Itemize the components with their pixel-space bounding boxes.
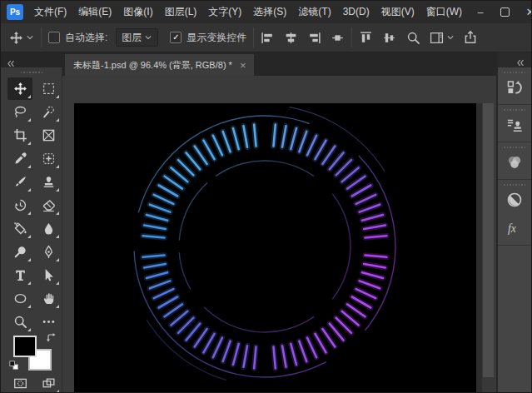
photoshop-logo[interactable]: Ps — [7, 4, 23, 20]
panel-separator — [498, 104, 531, 105]
eyedropper-tool[interactable] — [7, 147, 32, 170]
hand-icon — [42, 291, 56, 306]
share-icon[interactable] — [463, 30, 478, 45]
menu-window[interactable]: 窗口(W) — [420, 1, 468, 23]
panel-dock-collapse-button[interactable] — [515, 56, 526, 65]
quick-mask-icon — [13, 376, 27, 391]
move-icon — [13, 82, 27, 96]
workspace-switcher-icon[interactable] — [430, 31, 444, 45]
lasso-tool[interactable] — [7, 101, 32, 123]
ellipse-shape-tool[interactable] — [7, 287, 32, 310]
menu-layer[interactable]: 图层(L) — [159, 1, 203, 23]
quick-selection-icon — [42, 105, 56, 119]
edit-toolbar[interactable] — [36, 311, 61, 333]
styles-panel-button[interactable]: fx — [498, 214, 531, 242]
panel-separator — [498, 179, 531, 180]
hand-tool[interactable] — [36, 287, 61, 310]
clone-stamp-tool[interactable] — [36, 171, 61, 193]
pen-tool[interactable] — [36, 241, 61, 263]
color-wheel-icon — [506, 154, 523, 171]
maximize-icon — [500, 7, 510, 17]
path-selection-icon — [42, 268, 56, 282]
vertical-scrollbar[interactable] — [482, 103, 495, 392]
document-canvas[interactable] — [74, 103, 476, 393]
color-panel-button[interactable] — [498, 148, 531, 177]
path-selection-tool[interactable] — [36, 264, 61, 286]
chevron-down-icon[interactable] — [26, 33, 34, 42]
frame-tool[interactable] — [36, 124, 61, 147]
type-tool[interactable] — [7, 264, 32, 286]
canvas-artwork — [74, 103, 476, 393]
scrollbar-thumb[interactable] — [483, 103, 494, 377]
menu-type[interactable]: 文字(Y) — [202, 1, 247, 23]
menu-bar: 文件(F)编辑(E)图像(I)图层(L)文字(Y)选择(S)滤镜(T)3D(D)… — [28, 1, 468, 23]
move-icon — [9, 31, 23, 45]
auto-select-checkbox[interactable] — [48, 32, 60, 43]
frame-icon — [42, 128, 56, 142]
title-bar: Ps 文件(F)编辑(E)图像(I)图层(L)文字(Y)选择(S)滤镜(T)3D… — [1, 1, 531, 23]
minimize-button[interactable]: – — [468, 1, 493, 23]
panel-separator — [498, 142, 531, 142]
zoom-tool[interactable] — [7, 311, 32, 333]
clone-source-panel-button[interactable] — [498, 111, 531, 139]
rectangular-marquee-tool[interactable] — [36, 77, 61, 100]
window-controls: – ✕ — [468, 1, 532, 23]
default-swatches-icon[interactable] — [9, 361, 20, 371]
distribute-vertical-icon[interactable] — [382, 31, 396, 45]
document-tab[interactable]: 未标题-1.psd @ 96.4% (背景, RGB/8) * × — [65, 54, 254, 76]
options-bar: 自动选择: 图层 ✓ 显示变换控件 — [1, 23, 531, 52]
eraser-tool[interactable] — [36, 194, 61, 216]
panel-grip[interactable] — [21, 72, 42, 73]
menu-image[interactable]: 图像(I) — [117, 1, 158, 23]
dodge-tool[interactable] — [7, 241, 32, 263]
align-center-horizontal-icon[interactable] — [284, 31, 298, 45]
foreground-color-swatch[interactable] — [13, 336, 37, 357]
pen-icon — [42, 245, 56, 259]
chevron-down-icon — [144, 33, 152, 42]
quick-mask-button[interactable] — [7, 372, 32, 393]
screen-mode-icon — [42, 376, 56, 391]
distribute-horizontal-icon[interactable] — [331, 31, 345, 45]
history-panel-button[interactable] — [498, 73, 531, 102]
align-top-icon[interactable] — [359, 31, 373, 45]
clone-stamp-icon — [42, 175, 56, 189]
close-button[interactable]: ✕ — [518, 1, 532, 23]
crop-tool[interactable] — [7, 124, 32, 147]
photoshop-window: Ps 文件(F)编辑(E)图像(I)图层(L)文字(Y)选择(S)滤镜(T)3D… — [0, 0, 532, 393]
history-brush-icon — [13, 198, 27, 212]
adjustments-panel-button[interactable] — [498, 186, 531, 214]
spot-healing-tool[interactable] — [36, 147, 61, 170]
gradient-tool[interactable] — [7, 217, 32, 240]
menu-edit[interactable]: 编辑(E) — [72, 1, 117, 23]
ellipsis-icon — [42, 315, 56, 329]
align-left-icon[interactable] — [261, 31, 275, 45]
swap-colors-icon[interactable] — [46, 332, 56, 342]
tab-close-icon[interactable]: × — [240, 60, 246, 71]
align-right-icon[interactable] — [307, 31, 321, 45]
menu-select[interactable]: 选择(S) — [247, 1, 292, 23]
tab-bar: 未标题-1.psd @ 96.4% (背景, RGB/8) * × — [1, 52, 531, 76]
brush-tool[interactable] — [7, 171, 32, 193]
show-transform-label: 显示变换控件 — [186, 31, 246, 45]
paint-bucket-icon — [13, 221, 27, 236]
history-icon — [506, 79, 523, 96]
menu-view[interactable]: 视图(V) — [375, 1, 420, 23]
toolbar-collapse-button[interactable] — [5, 57, 17, 66]
quick-selection-tool[interactable] — [36, 101, 61, 123]
menu-filter[interactable]: 滤镜(T) — [292, 1, 336, 23]
target-dropdown[interactable]: 图层 — [116, 28, 158, 47]
search-icon[interactable] — [406, 31, 420, 45]
menu-3d[interactable]: 3D(D) — [337, 1, 375, 23]
move-tool[interactable] — [7, 77, 32, 100]
menu-file[interactable]: 文件(F) — [28, 1, 72, 23]
blur-tool[interactable] — [36, 217, 61, 240]
show-transform-checkbox[interactable]: ✓ — [170, 32, 181, 43]
history-brush-tool[interactable] — [7, 194, 32, 216]
eyedropper-icon — [13, 152, 27, 166]
distribute-buttons — [359, 31, 396, 45]
chevron-down-icon[interactable] — [446, 33, 455, 42]
screen-mode-button[interactable] — [36, 372, 61, 393]
panel-separator — [498, 245, 531, 246]
fx-icon: fx — [506, 220, 523, 236]
maximize-button[interactable] — [493, 1, 518, 23]
